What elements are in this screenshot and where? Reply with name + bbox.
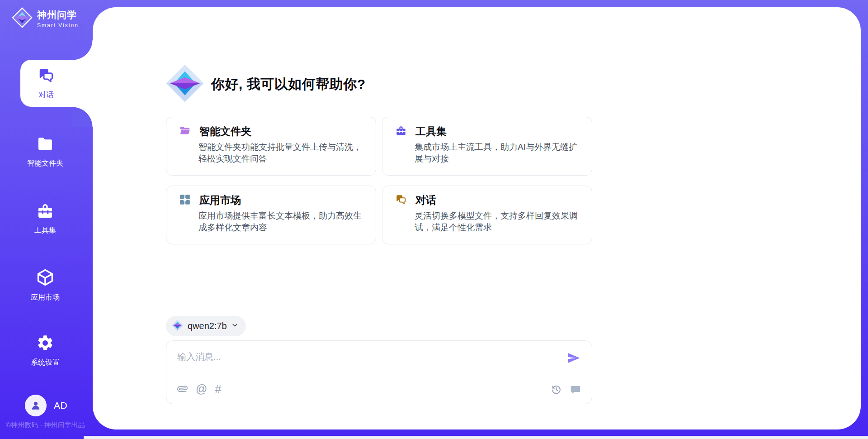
model-selector[interactable]: qwen2:7b [166,316,246,336]
card-description: 集成市场上主流工具，助力AI与外界无缝扩展与对接 [415,141,581,165]
message-input[interactable] [177,348,556,365]
user-name: AD [54,400,67,411]
brand-subtitle: Smart Vision [37,22,79,29]
card-title: 智能文件夹 [199,124,251,138]
gear-icon [36,334,54,354]
card-chat[interactable]: 对话 灵活切换多模型文件，支持多样回复效果调试，满足个性化需求 [382,186,592,244]
sidebar-item-label: 系统设置 [31,358,60,367]
bottom-edge [84,436,868,439]
card-app-market[interactable]: 应用市场 应用市场提供丰富长文本模板，助力高效生成多样化文章内容 [166,186,376,244]
hashtag-icon[interactable]: # [215,383,221,395]
greeting-row: 你好, 我可以如何帮助你? [165,63,366,105]
composer-divider [174,379,585,379]
tab-curve-top [72,40,93,60]
card-title: 对话 [415,193,436,207]
diamond-logo-icon [165,63,205,105]
attachment-icon[interactable] [177,383,188,394]
card-description: 应用市场提供丰富长文本模板，助力高效生成多样化文章内容 [198,210,365,234]
sidebar-item-tools[interactable]: 工具集 [9,202,81,235]
folder-icon [36,135,54,155]
grid-icon [179,194,191,207]
user-profile[interactable]: AD [25,395,67,416]
sidebar-item-market[interactable]: 应用市场 [9,268,81,302]
composer-tools: @ # [177,383,221,395]
chat-bubbles-icon [38,67,55,86]
feature-cards: 智能文件夹 智能文件夹功能支持批量文件上传与清洗，轻松实现文件问答 工具集 集成… [166,117,592,244]
chevron-down-icon [231,321,239,331]
toolbox-icon [36,202,54,222]
diamond-logo-icon [12,7,33,30]
composer-right-tools [551,384,581,395]
quick-phrase-icon[interactable] [570,384,581,395]
sidebar-item-folder[interactable]: 智能文件夹 [9,135,81,168]
tab-curve-bottom [72,107,93,127]
avatar [25,395,47,416]
sidebar-item-label: 应用市场 [31,293,60,302]
toolbox-icon [395,125,407,138]
card-title: 应用市场 [199,193,241,207]
brand-name: 神州问学 [37,9,79,21]
mention-icon[interactable]: @ [196,383,207,395]
sidebar-item-label: 工具集 [34,226,56,235]
page-title: 你好, 我可以如何帮助你? [211,75,366,94]
card-description: 灵活切换多模型文件，支持多样回复效果调试，满足个性化需求 [415,210,581,234]
send-icon[interactable] [566,351,581,365]
sidebar-item-label: 对话 [38,90,54,100]
card-smart-folder[interactable]: 智能文件夹 智能文件夹功能支持批量文件上传与清洗，轻松实现文件问答 [166,117,376,176]
copyright-footer: ©神州数码 · 神州问学出品 [6,421,85,429]
sidebar-item-settings[interactable]: 系统设置 [9,334,81,367]
card-toolset[interactable]: 工具集 集成市场上主流工具，助力AI与外界无缝扩展与对接 [382,117,592,176]
model-name: qwen2:7b [188,321,227,331]
history-icon[interactable] [551,384,562,395]
sidebar-item-chat[interactable]: 对话 [20,60,93,107]
message-composer: @ # [166,340,592,404]
diamond-logo-icon [171,319,184,333]
card-description: 智能文件夹功能支持批量文件上传与清洗，轻松实现文件问答 [198,141,365,165]
chat-bubbles-icon [395,194,407,207]
sidebar-item-label: 智能文件夹 [27,159,63,168]
brand: 神州问学 Smart Vision [12,7,79,30]
folder-open-icon [179,125,191,138]
card-title: 工具集 [415,124,447,138]
cube-icon [36,268,55,289]
